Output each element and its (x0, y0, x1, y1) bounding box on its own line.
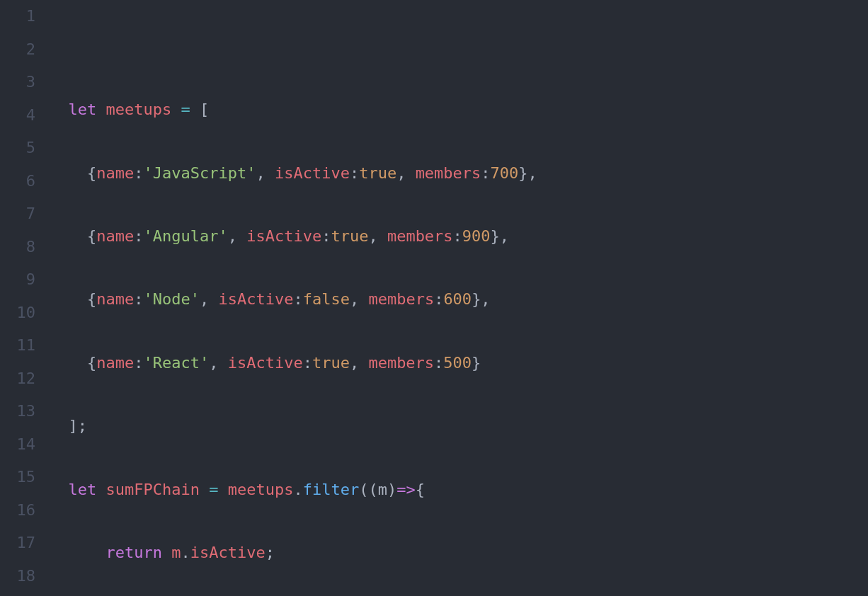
line-number: 5 (0, 132, 35, 165)
bracket-open: [ (200, 101, 209, 118)
code-line: {name:'Angular', isActive:true, members:… (50, 220, 868, 253)
line-number: 17 (0, 527, 35, 560)
code-line: let meetups = [ (50, 93, 868, 127)
line-number: 16 (0, 494, 35, 527)
method-filter: filter (303, 481, 359, 498)
code-line: {name:'Node', isActive:false, members:60… (50, 283, 868, 316)
variable: meetups (106, 101, 172, 118)
number-literal: 500 (443, 354, 472, 372)
line-number: 3 (0, 66, 35, 99)
boolean-literal: true (359, 164, 396, 182)
property-key: name (96, 290, 134, 308)
string-literal: 'Angular' (143, 227, 227, 245)
line-number-gutter: 1 2 3 4 5 6 7 8 9 10 11 12 13 14 15 16 1… (0, 0, 50, 596)
code-line: return m.isActive; (50, 537, 868, 570)
line-number: 18 (0, 560, 35, 593)
property-key: members (368, 290, 434, 308)
operator-equals: = (181, 101, 190, 118)
number-literal: 600 (443, 290, 472, 308)
code-line: {name:'React', isActive:true, members:50… (50, 347, 868, 380)
line-number: 12 (0, 362, 35, 396)
line-number: 7 (0, 197, 35, 231)
identifier: meetups (228, 481, 294, 498)
property-key: members (416, 164, 481, 182)
keyword-let: let (69, 101, 97, 118)
boolean-literal: true (312, 354, 350, 372)
boolean-literal: true (331, 227, 368, 245)
code-area[interactable]: let meetups = [ {name:'JavaScript', isAc… (50, 0, 868, 596)
property-key: members (368, 354, 434, 372)
line-number: 1 (0, 0, 35, 33)
line-number: 13 (0, 395, 35, 428)
arrow: => (396, 481, 416, 498)
property-key: isActive (275, 164, 350, 182)
property: isActive (190, 544, 265, 561)
line-number: 9 (0, 263, 35, 297)
line-number: 10 (0, 297, 35, 330)
variable: sumFPChain (106, 481, 200, 498)
property-key: members (387, 227, 453, 245)
property-key: name (96, 227, 134, 245)
identifier: m (171, 544, 181, 561)
property-key: name (96, 164, 134, 182)
code-line: {name:'JavaScript', isActive:true, membe… (50, 157, 868, 190)
keyword-let: let (69, 481, 97, 498)
code-line: let sumFPChain = meetups.filter((m)=>{ (50, 474, 868, 507)
property-key: isActive (228, 354, 303, 372)
line-number: 4 (0, 99, 35, 132)
line-number: 15 (0, 461, 35, 494)
string-literal: 'Node' (143, 290, 199, 308)
number-literal: 700 (491, 164, 519, 182)
line-number: 6 (0, 165, 35, 198)
property-key: isActive (246, 227, 321, 245)
property-key: name (96, 354, 134, 372)
operator-equals: = (209, 481, 218, 498)
string-literal: 'React' (143, 354, 209, 372)
line-number: 14 (0, 428, 35, 462)
boolean-literal: false (303, 290, 350, 308)
line-number: 8 (0, 231, 35, 264)
code-line: ]; (50, 410, 868, 443)
number-literal: 900 (462, 227, 491, 245)
line-number: 2 (0, 33, 35, 67)
code-editor: 1 2 3 4 5 6 7 8 9 10 11 12 13 14 15 16 1… (0, 0, 868, 596)
parameter: m (378, 481, 387, 498)
keyword-return: return (105, 544, 161, 561)
property-key: isActive (218, 290, 293, 308)
code-line (50, 30, 868, 64)
string-literal: 'JavaScript' (143, 164, 256, 182)
line-number: 11 (0, 329, 35, 362)
bracket-close: ]; (69, 417, 88, 435)
